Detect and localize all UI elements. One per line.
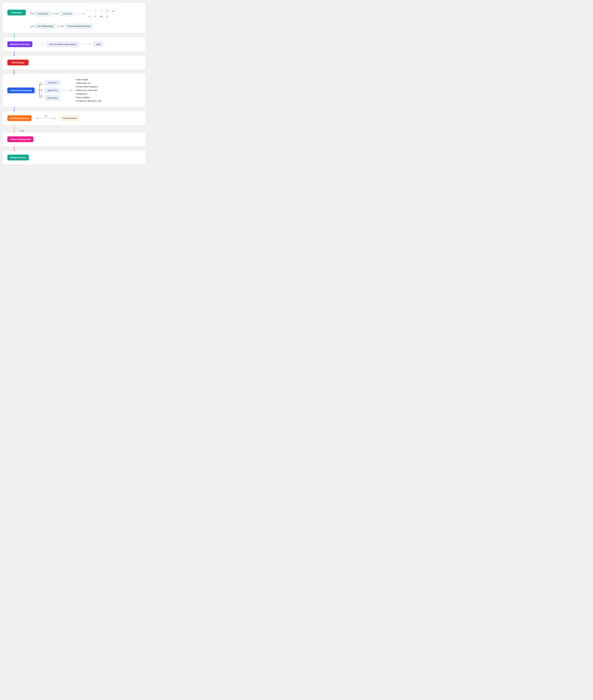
milestone-node: Milestone Planning: [7, 41, 32, 47]
atom-icon: ⚛: [93, 14, 98, 19]
time-material-node: Time and Material Method: [65, 24, 93, 29]
qa-node: Quality Assurance: [7, 115, 32, 121]
tech-stacks-node: Tech Stacks: [35, 11, 51, 16]
brace-connector: [38, 81, 42, 100]
milestone-card: Milestone Planning Fast and stable proje…: [3, 37, 146, 51]
sketch-icon: S: [93, 8, 98, 13]
svg-marker-6: [41, 84, 42, 85]
fast-delivery-node: Fast and stable project delivery: [46, 42, 79, 47]
loop-icon: ∞: [99, 8, 104, 13]
admin-flow-node: Admin Flow: [45, 95, 60, 101]
feature-rework-node: Feature Rework: [60, 115, 79, 121]
code-icon: </>: [87, 14, 92, 19]
widget-card: Widget Delivery: [3, 151, 146, 164]
user-flow-node: User Flow: [45, 80, 60, 85]
feature-dev-node: Feature Development: [7, 87, 35, 93]
feature-dev-card: Feature Development User Flow Agent Flow…: [3, 74, 146, 107]
evaluation-node: Evaluation: [7, 10, 26, 15]
excel-icon: ✕: [105, 8, 110, 13]
deployment-node: Feature Deployment: [7, 136, 33, 142]
agent-flow-node: Agent Flow: [45, 88, 60, 93]
fail-label: Fail: [44, 115, 47, 117]
svg-marker-1: [34, 26, 35, 27]
svg-marker-8: [41, 90, 42, 91]
deployment-card: Feature Deployment: [3, 133, 146, 146]
react-icon: ⚛: [87, 8, 92, 13]
feature-bullets: Agent widget Video/voice call Screen sha…: [75, 78, 102, 103]
svg-marker-10: [41, 96, 42, 97]
pn-icon: PN: [99, 14, 104, 19]
qa-card: Quality Assurance Fail Feature Rework: [3, 111, 146, 125]
dev-methodology-node: Dev Methodology: [35, 24, 55, 29]
agile-node: Agile: [93, 42, 103, 47]
evaluation-card: Evaluation Tech Stacks Front-end: [3, 3, 146, 33]
wireframing-node: Wireframing: [7, 60, 29, 65]
flask-icon: ⚗: [105, 14, 110, 19]
wireframing-card: Wireframing: [3, 56, 146, 69]
frontend-node: Front-end: [60, 11, 74, 16]
icons-grid: ⚛ S ∞ ✕ ☁ </> ⚛ PN ⚗: [87, 8, 116, 19]
svg-marker-0: [34, 13, 35, 14]
widget-node: Widget Delivery: [7, 155, 29, 160]
cloud-icon: ☁: [111, 8, 116, 13]
